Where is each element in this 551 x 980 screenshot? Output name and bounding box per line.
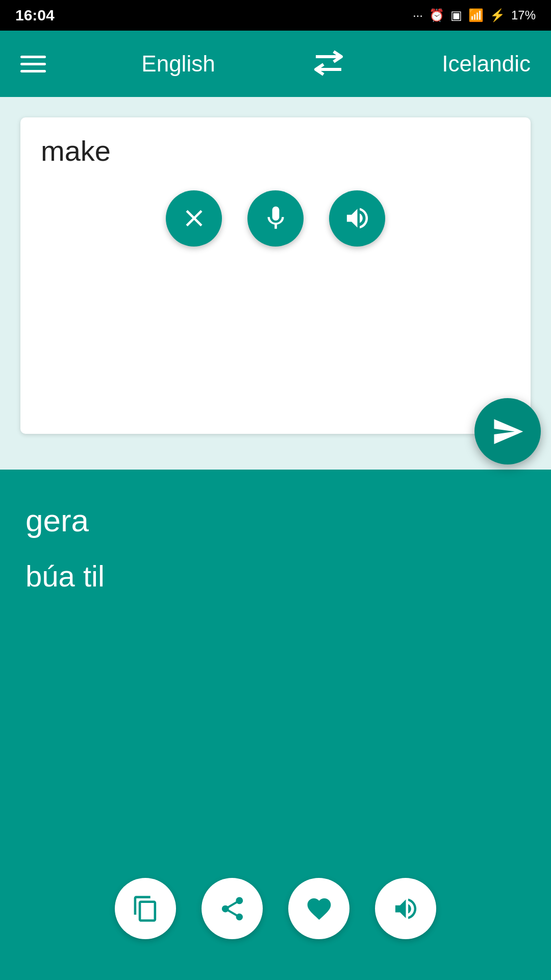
menu-button[interactable] (20, 56, 46, 72)
input-wrapper: make (10, 107, 541, 434)
sim-icon: ▣ (450, 8, 462, 22)
speaker-icon (392, 895, 420, 923)
input-panel[interactable]: make (20, 117, 531, 434)
output-actions (26, 878, 525, 960)
swap-languages-button[interactable] (311, 49, 346, 79)
target-language[interactable]: Icelandic (442, 51, 531, 77)
speak-input-button[interactable] (329, 190, 385, 247)
more-icon: ··· (413, 8, 423, 22)
battery-icon: 17% (511, 8, 536, 22)
input-actions (41, 190, 510, 257)
favorite-button[interactable] (288, 878, 349, 939)
volume-icon (343, 204, 371, 232)
input-text[interactable]: make (41, 133, 510, 170)
main-content: make (0, 97, 551, 980)
bolt-icon: ⚡ (490, 8, 505, 22)
clear-icon (180, 204, 208, 232)
speak-output-button[interactable] (375, 878, 436, 939)
share-icon (218, 895, 246, 923)
status-icons: ··· ⏰ ▣ 📶 ⚡ 17% (413, 8, 536, 22)
microphone-button[interactable] (247, 190, 304, 247)
clear-button[interactable] (166, 190, 222, 247)
signal-icon: 📶 (468, 8, 484, 22)
status-time: 16:04 (15, 7, 55, 24)
heart-icon (305, 895, 333, 923)
copy-button[interactable] (115, 878, 176, 939)
output-panel: gera búa til (0, 470, 551, 980)
send-icon (491, 415, 524, 448)
share-button[interactable] (202, 878, 263, 939)
toolbar: English Icelandic (0, 31, 551, 97)
status-bar: 16:04 ··· ⏰ ▣ 📶 ⚡ 17% (0, 0, 551, 31)
source-language[interactable]: English (141, 51, 215, 77)
translate-button[interactable] (474, 398, 541, 464)
primary-translation[interactable]: gera (26, 500, 525, 542)
copy-icon (132, 895, 160, 923)
mic-icon (262, 204, 290, 232)
secondary-translation[interactable]: búa til (26, 557, 525, 595)
alarm-icon: ⏰ (429, 8, 444, 22)
